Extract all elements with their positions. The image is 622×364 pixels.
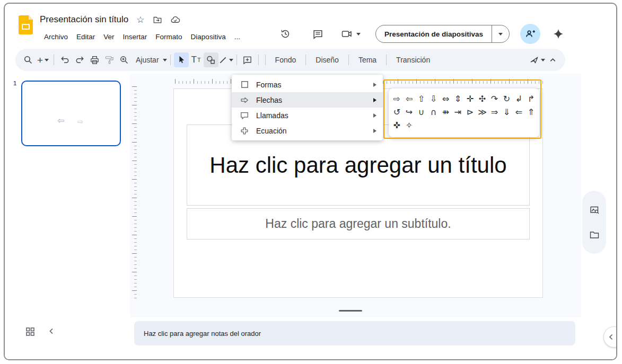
add-slide-button[interactable]: + [36,52,50,67]
move-folder-icon[interactable] [153,15,162,24]
document-title[interactable]: Presentación sin título [40,14,128,25]
curved-right-arrow-shape[interactable]: ↪ [403,105,415,119]
down-arrow-shape[interactable]: ⇩ [427,92,440,105]
menu-item-llamadas[interactable]: Llamadas [232,108,383,123]
search-menus-icon[interactable] [21,52,36,67]
filmstrip-panel: 1 ⇦ ⇨ [5,74,130,317]
present-button[interactable]: Presentación de diapositivas [376,30,492,38]
up-arrow-shape[interactable]: ⇧ [415,92,427,105]
workspace: 1 ⇦ ⇨ Haz clic para agregar un título Ha… [5,74,616,317]
submenu-arrow-icon [373,98,376,102]
menubar-item[interactable]: ... [230,31,244,42]
left-arrow-callout-shape[interactable]: ⇐ [513,105,525,119]
collapse-filmstrip-icon[interactable] [47,327,57,336]
share-button[interactable] [520,24,540,44]
submenu-arrow-icon [373,129,376,133]
pointer-tool-caret[interactable] [541,59,545,61]
right-arrow-callout-shape[interactable]: ⇒ [488,105,501,119]
slide-thumbnail[interactable]: ⇦ ⇨ [21,81,121,146]
undo-icon[interactable] [57,52,72,67]
add-slide-dropdown-caret[interactable] [45,59,49,61]
image-search-icon[interactable] [589,205,600,215]
toolbar-text-button[interactable]: Transición [390,52,436,67]
hide-menus-button[interactable] [545,52,560,67]
fit-zoom-dropdown[interactable]: Ajustar [132,52,167,67]
folder-icon[interactable] [589,229,600,240]
gemini-sparkle-icon[interactable] [552,28,565,40]
notched-right-arrow-shape[interactable]: ⇥ [452,105,464,119]
menubar-item[interactable]: Editar [72,31,99,42]
present-dropdown-button[interactable] [492,25,509,42]
star-icon[interactable]: ☆ [136,15,144,24]
redo-icon[interactable] [72,52,87,67]
thumb-left-arrow-shape: ⇦ [57,117,64,125]
slide-number: 1 [13,80,16,86]
notes-resize-handle[interactable] [339,310,362,312]
striped-right-arrow-shape[interactable]: ⇻ [440,105,452,119]
textbox-tool[interactable]: TT [189,52,204,67]
toolbar-text-buttons: FondoDiseñoTemaTransición [262,52,437,67]
menubar-item[interactable]: Archivo [40,31,72,42]
meet-camera-icon[interactable] [340,28,353,40]
zoom-icon[interactable] [117,52,132,67]
u-turn-arrow-alt-shape[interactable]: ∩ [427,105,440,119]
menu-item-flechas[interactable]: Flechas [232,92,383,108]
menu-item-formas[interactable]: Formas [232,77,383,92]
toolbar-divider [170,55,171,65]
pentagon-arrow-shape[interactable]: ⊳ [464,105,476,119]
fit-zoom-caret [163,59,167,61]
cloud-status-icon[interactable] [170,15,180,25]
menu-item-ecuacion[interactable]: Ecuación [232,123,383,138]
bent-arrow-shape[interactable]: ↷ [488,92,501,105]
meet-dropdown-caret[interactable] [356,33,361,35]
toolbar-row: + [5,48,616,74]
right-arrow-shape[interactable]: ⇨ [391,92,403,105]
left-arrow-shape[interactable]: ⇦ [403,92,415,105]
bottom-bar: Haz clic para agregar notas del orador [5,317,616,360]
version-history-icon[interactable] [279,28,292,40]
grid-view-icon[interactable] [25,326,36,337]
logo-fold-cut [29,15,33,20]
line-tool-caret[interactable] [229,59,233,61]
select-tool[interactable] [174,52,189,67]
toolbar-divider [54,55,54,65]
present-dropdown-caret [498,33,503,35]
logo-slide-glyph [22,24,30,30]
comment-history-icon[interactable] [312,28,325,40]
shapes-tool[interactable] [204,52,218,67]
arrows-submenu: ⇨⇦⇧⇩⇔⇕✛✣↷↻↲↱↺↪∪∩⇻⇥⊳≫⇒⇓⇐⇑✜✧ [389,88,539,137]
u-turn-arrow-shape[interactable]: ∪ [415,105,427,119]
menubar-item[interactable]: Insertar [119,31,152,42]
menubar-item[interactable]: Diapositiva [187,31,230,42]
toolbar-text-button[interactable]: Tema [352,52,383,67]
up-arrow-callout-shape[interactable]: ⇑ [525,105,537,119]
quad-arrow-callout-shape[interactable]: ✜ [391,119,403,132]
slides-logo[interactable] [19,15,33,34]
toolbar-text-button[interactable]: Diseño [309,52,345,67]
curved-arrow-shape[interactable]: ↻ [501,92,513,105]
star-arrow-shape[interactable]: ✧ [403,119,415,132]
curved-left-arrow-shape[interactable]: ↺ [391,105,403,119]
toolbar-text-button[interactable]: Fondo [269,52,303,67]
speaker-notes-input[interactable]: Haz clic para agregar notas del orador [134,321,575,345]
title-row: Presentación sin título ☆ [40,14,180,25]
chevron-arrow-shape[interactable]: ≫ [476,105,488,119]
quad-arrow-shape[interactable]: ✛ [464,92,476,105]
paint-format-icon[interactable] [102,52,117,67]
subtitle-placeholder[interactable]: Haz clic para agregar un subtítulo. [187,208,530,239]
menubar-item[interactable]: Ver [99,31,118,42]
bent-up-arrow-shape[interactable]: ↱ [525,92,537,105]
menubar-item[interactable]: Formato [151,31,186,42]
left-right-arrow-shape[interactable]: ⇔ [440,92,452,105]
insert-comment-tool[interactable] [240,52,255,67]
down-arrow-callout-shape[interactable]: ⇓ [501,105,513,119]
line-tool[interactable] [218,52,233,67]
left-right-up-arrow-shape[interactable]: ✣ [476,92,488,105]
person-add-icon [524,28,536,40]
vertical-ruler [132,86,137,298]
app-window: Presentación sin título ☆ ArchivoEditarV… [4,3,617,360]
up-down-arrow-shape[interactable]: ⇕ [452,92,464,105]
left-up-arrow-shape[interactable]: ↲ [513,92,525,105]
print-icon[interactable] [87,52,102,67]
pointer-tool[interactable] [529,52,545,67]
